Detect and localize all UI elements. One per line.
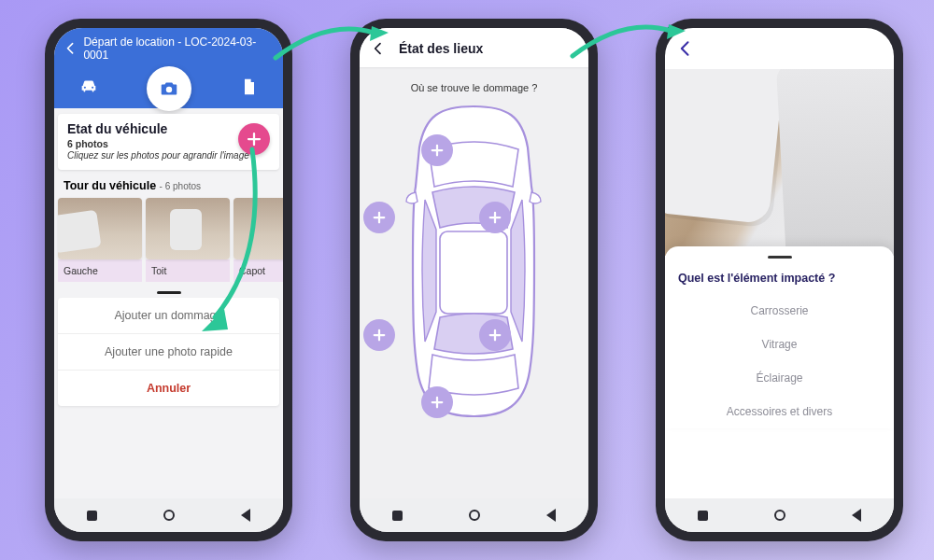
thumbnail-image xyxy=(58,198,142,259)
damage-zone-front-left[interactable] xyxy=(363,202,395,233)
thumbnail-label: Capot xyxy=(234,259,283,282)
section-instruction: Cliquez sur les photos pour agrandir l'i… xyxy=(67,150,270,161)
option-carrosserie[interactable]: Carrosserie xyxy=(665,294,894,328)
tab-bar xyxy=(54,69,283,108)
add-quick-photo-button[interactable]: Ajouter une photo rapide xyxy=(58,334,279,371)
nav-home-icon[interactable] xyxy=(163,510,175,521)
nav-overview-icon[interactable] xyxy=(698,511,708,521)
camera-tab[interactable] xyxy=(147,66,191,111)
option-vitrage[interactable]: Vitrage xyxy=(665,328,894,361)
add-button[interactable] xyxy=(238,123,270,155)
nav-home-icon[interactable] xyxy=(469,510,480,521)
damage-zone-rear[interactable] xyxy=(421,386,453,418)
document-tab-icon[interactable] xyxy=(240,77,259,100)
nav-back-icon[interactable] xyxy=(241,509,250,522)
thumbnail-label: Gauche xyxy=(58,259,142,282)
phone-3-frame: Quel est l'élément impacté ? Carrosserie… xyxy=(656,19,903,541)
cancel-button[interactable]: Annuler xyxy=(58,371,279,406)
thumbnail-image xyxy=(146,198,230,259)
header xyxy=(665,28,894,69)
damage-zone-front[interactable] xyxy=(421,134,453,166)
header: État des lieux xyxy=(360,28,588,67)
topbar-title: Départ de location - LOC-2024-03-0001 xyxy=(83,35,274,62)
thumbnail-label: Toit xyxy=(146,259,230,282)
damage-zone-front-right[interactable] xyxy=(479,202,511,233)
damage-question: Où se trouve le dommage ? xyxy=(360,82,588,93)
back-icon[interactable] xyxy=(371,41,386,56)
thumbnail[interactable]: Toit xyxy=(146,198,230,282)
damage-zone-rear-left[interactable] xyxy=(363,319,395,351)
damage-zone-rear-right[interactable] xyxy=(479,319,511,351)
option-accessoires[interactable]: Accessoires et divers xyxy=(665,395,894,428)
android-navbar xyxy=(665,498,894,532)
sheet-handle[interactable] xyxy=(157,291,181,294)
thumbnail-row[interactable]: Gauche Toit Capot xyxy=(54,192,283,282)
svg-rect-3 xyxy=(440,231,507,314)
phone-2-screen: État des lieux Où se trouve le dommage ? xyxy=(360,28,588,532)
action-sheet: Ajouter un dommage Ajouter une photo rap… xyxy=(58,298,279,406)
sheet-handle[interactable] xyxy=(768,256,792,259)
nav-back-icon[interactable] xyxy=(546,509,556,522)
thumbnail[interactable]: Gauche xyxy=(58,198,142,282)
back-icon[interactable] xyxy=(64,41,78,55)
phone-1-frame: Départ de location - LOC-2024-03-0001 Et… xyxy=(45,19,292,541)
car-diagram xyxy=(360,103,588,420)
back-icon[interactable] xyxy=(676,39,695,58)
thumbnail[interactable]: Capot xyxy=(234,198,283,282)
plus-icon xyxy=(246,131,262,147)
phone-1-screen: Départ de location - LOC-2024-03-0001 Et… xyxy=(54,28,283,532)
vehicle-state-section: Etat du véhicule 6 photos Cliquez sur le… xyxy=(58,114,279,170)
header-title: État des lieux xyxy=(399,41,483,56)
android-navbar xyxy=(360,498,588,532)
option-eclairage[interactable]: Éclairage xyxy=(665,361,894,395)
car-tab-icon[interactable] xyxy=(78,77,99,101)
car-outline xyxy=(397,103,551,420)
nav-back-icon[interactable] xyxy=(852,509,861,522)
camera-icon xyxy=(159,78,179,99)
phone-3-screen: Quel est l'élément impacté ? Carrosserie… xyxy=(665,28,894,532)
thumbnail-image xyxy=(234,198,283,259)
nav-overview-icon[interactable] xyxy=(392,511,403,521)
impacted-element-question: Quel est l'élément impacté ? xyxy=(665,268,894,294)
tour-heading: Tour du véhicule - 6 photos xyxy=(64,179,283,192)
captured-photo xyxy=(665,69,894,256)
android-navbar xyxy=(54,498,283,532)
topbar: Départ de location - LOC-2024-03-0001 xyxy=(54,28,283,69)
bottom-sheet: Quel est l'élément impacté ? Carrosserie… xyxy=(665,246,894,428)
phone-2-frame: État des lieux Où se trouve le dommage ? xyxy=(350,19,598,541)
add-damage-button[interactable]: Ajouter un dommage xyxy=(58,298,279,334)
nav-overview-icon[interactable] xyxy=(87,511,97,521)
nav-home-icon[interactable] xyxy=(774,510,785,521)
